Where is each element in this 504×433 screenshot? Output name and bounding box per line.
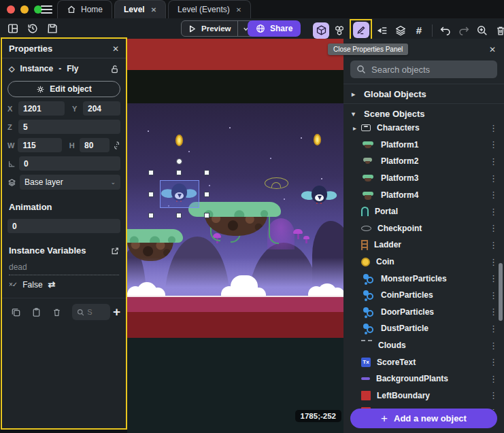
- item-menu-icon[interactable]: ⋮: [489, 341, 498, 351]
- group-global-objects[interactable]: ▸ Global Objects: [343, 84, 504, 103]
- object-item[interactable]: DustParticle⋮: [343, 320, 504, 337]
- width-input[interactable]: [18, 138, 61, 152]
- panels-layout-icon[interactable]: [5, 21, 20, 36]
- coin-instance[interactable]: [314, 134, 321, 145]
- cloud-instance[interactable]: [231, 275, 258, 296]
- scrollbar[interactable]: [499, 263, 503, 321]
- save-icon[interactable]: [45, 21, 60, 36]
- item-menu-icon[interactable]: ⋮: [489, 390, 498, 400]
- item-menu-icon[interactable]: ⋮: [489, 190, 498, 200]
- object-item[interactable]: Coin⋮: [343, 254, 504, 271]
- object-item[interactable]: Clouds⋮: [343, 337, 504, 354]
- item-menu-icon[interactable]: ⋮: [489, 123, 498, 133]
- add-new-object-button[interactable]: + Add a new object: [350, 409, 497, 428]
- object-item[interactable]: BackgroundPlants⋮: [343, 370, 504, 387]
- paste-icon[interactable]: [28, 305, 46, 319]
- layers-icon[interactable]: [392, 22, 409, 39]
- object-item[interactable]: TxScoreText⋮: [343, 353, 504, 370]
- object-item[interactable]: DoorParticles⋮: [343, 304, 504, 321]
- chevron-right-icon[interactable]: ▸: [353, 124, 361, 132]
- coin-instance[interactable]: [175, 135, 183, 146]
- lock-ratio-link-icon[interactable]: [113, 141, 120, 150]
- item-menu-icon[interactable]: ⋮: [489, 240, 498, 250]
- close-tab-icon[interactable]: ✕: [151, 6, 156, 14]
- 3d-view-icon[interactable]: [313, 22, 329, 39]
- tab-level-events[interactable]: Level (Events) ✕: [168, 0, 251, 18]
- undo-icon[interactable]: [437, 22, 454, 39]
- rotation-handle[interactable]: [176, 158, 182, 164]
- resize-handle[interactable]: [148, 170, 154, 175]
- z-input[interactable]: [18, 120, 120, 134]
- close-objects-panel-icon[interactable]: ✕: [489, 45, 496, 54]
- resize-handle[interactable]: [176, 213, 182, 218]
- scene-canvas[interactable]: 1785;-252: [127, 39, 343, 433]
- tab-level[interactable]: Level ✕: [114, 0, 166, 18]
- bottom-boundary-instance[interactable]: [127, 312, 343, 338]
- variable-name[interactable]: dead: [9, 262, 119, 275]
- minimize-window-button[interactable]: [20, 5, 29, 14]
- objects-search[interactable]: [350, 60, 497, 78]
- item-menu-icon[interactable]: ⋮: [489, 207, 498, 217]
- item-menu-icon[interactable]: ⋮: [489, 307, 498, 317]
- instances-list-icon[interactable]: [374, 22, 390, 39]
- zoom-in-icon[interactable]: [474, 22, 490, 39]
- item-menu-icon[interactable]: ⋮: [489, 223, 498, 233]
- object-item[interactable]: Platform4⋮: [343, 186, 504, 203]
- share-button[interactable]: Share: [248, 20, 301, 37]
- resize-handle[interactable]: [148, 213, 154, 218]
- top-boundary-instance[interactable]: [127, 39, 343, 70]
- item-menu-icon[interactable]: ⋮: [489, 273, 498, 283]
- tab-home[interactable]: Home: [57, 0, 112, 18]
- redo-icon[interactable]: [456, 22, 472, 39]
- item-menu-icon[interactable]: ⋮: [489, 139, 498, 150]
- object-item[interactable]: Ladder⋮: [343, 237, 504, 254]
- edit-object-button[interactable]: Edit object: [7, 81, 120, 97]
- grid-icon[interactable]: #: [411, 22, 427, 39]
- object-item[interactable]: Platform2⋮: [343, 153, 504, 170]
- variables-search-input[interactable]: [87, 308, 101, 316]
- item-menu-icon[interactable]: ⋮: [489, 324, 498, 334]
- copy-icon[interactable]: [7, 305, 25, 319]
- macos-traffic-lights[interactable]: [7, 5, 42, 14]
- object-item[interactable]: Portal⋮: [343, 203, 504, 220]
- resize-handle[interactable]: [204, 170, 209, 175]
- object-item[interactable]: Platform3⋮: [343, 170, 504, 187]
- checkpoint-instance[interactable]: [265, 177, 288, 189]
- object-item[interactable]: Checkpoint⋮: [343, 220, 504, 237]
- item-menu-icon[interactable]: ⋮: [489, 357, 498, 367]
- variable-value[interactable]: False: [22, 280, 42, 290]
- angle-input[interactable]: [19, 156, 120, 171]
- item-menu-icon[interactable]: ⋮: [489, 290, 498, 300]
- object-item[interactable]: LeftBoundary⋮: [343, 387, 504, 404]
- height-input[interactable]: [80, 138, 110, 152]
- menu-icon[interactable]: [41, 5, 52, 14]
- item-menu-icon[interactable]: ⋮: [489, 173, 498, 184]
- history-icon[interactable]: [25, 21, 40, 36]
- toggle-value-icon[interactable]: ⇄: [48, 279, 56, 290]
- animation-input[interactable]: [7, 219, 120, 233]
- object-item[interactable]: CoinParticles⋮: [343, 287, 504, 304]
- close-window-button[interactable]: [7, 5, 15, 14]
- trash-icon[interactable]: [48, 305, 66, 319]
- y-input[interactable]: [83, 101, 120, 116]
- close-properties-icon[interactable]: ✕: [112, 44, 119, 54]
- object-groups-icon[interactable]: [331, 22, 348, 39]
- delete-icon[interactable]: [492, 22, 504, 39]
- add-variable-button[interactable]: +: [113, 305, 120, 319]
- edit-properties-pencil-icon[interactable]: [353, 22, 369, 38]
- variables-search[interactable]: [72, 304, 110, 320]
- resize-handle[interactable]: [204, 213, 209, 218]
- resize-handle[interactable]: [176, 170, 182, 175]
- resize-handle[interactable]: [148, 192, 154, 197]
- fly-instance[interactable]: [301, 185, 337, 208]
- object-item[interactable]: Platform1⋮: [343, 137, 504, 154]
- item-menu-icon[interactable]: ⋮: [489, 257, 498, 267]
- unlock-icon[interactable]: [110, 65, 119, 73]
- open-variables-external-icon[interactable]: [111, 247, 119, 255]
- preview-button[interactable]: Preview: [181, 20, 254, 37]
- layer-select[interactable]: Base layer ⌄: [20, 175, 120, 190]
- resize-handle[interactable]: [204, 192, 209, 197]
- object-item[interactable]: MonsterParticles⋮: [343, 270, 504, 287]
- item-menu-icon[interactable]: ⋮: [489, 374, 498, 384]
- close-tab-icon[interactable]: ✕: [236, 6, 241, 14]
